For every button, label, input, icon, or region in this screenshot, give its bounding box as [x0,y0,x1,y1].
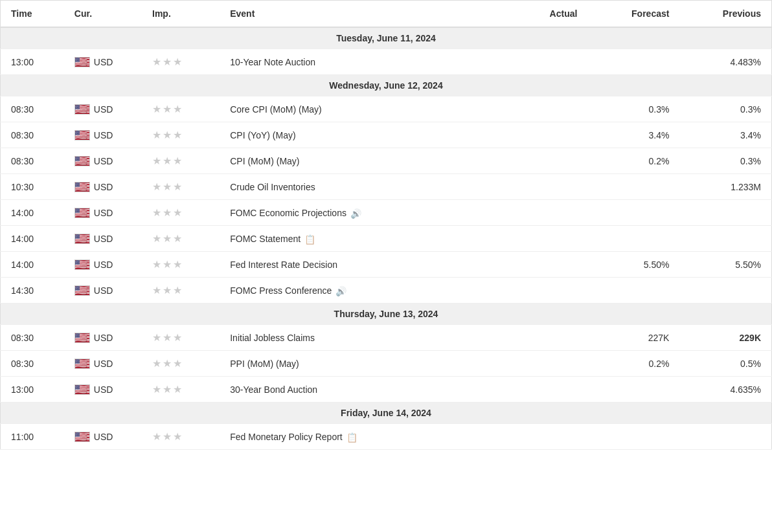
star-2-icon: ★ [163,258,172,271]
cell-importance: ★★★ [142,49,220,75]
cell-importance: ★★★ [142,252,220,278]
cell-actual [517,325,587,351]
event-name: 30-Year Bond Auction [230,384,317,395]
cell-previous: 3.4% [679,122,771,148]
table-row: 14:30USD★★★FOMC Press Conference🔊 [1,278,772,304]
event-name: FOMC Economic Projections [230,208,346,218]
currency-label: USD [94,104,113,115]
flag-us-icon [74,130,90,140]
star-2-icon: ★ [163,383,172,395]
date-section-row: Wednesday, June 12, 2024 [1,75,772,96]
cell-importance: ★★★ [142,424,220,450]
currency-label: USD [94,57,113,67]
previous-value: 229K [740,333,761,343]
flag-us-icon [74,104,90,115]
cell-time: 14:30 [1,278,64,304]
event-name: Core CPI (MoM) (May) [230,104,322,115]
star-1-icon: ★ [152,232,161,245]
cell-importance: ★★★ [142,278,220,304]
cell-actual [517,252,587,278]
star-3-icon: ★ [173,357,182,370]
star-1-icon: ★ [152,357,161,370]
star-1-icon: ★ [152,331,161,344]
cell-previous: 0.3% [679,148,771,174]
table-row: 10:30USD★★★Crude Oil Inventories1.233M [1,174,772,200]
cell-previous: 4.483% [679,49,771,75]
header-time: Time [1,1,64,28]
cell-currency: USD [64,424,142,450]
economic-calendar-table: Time Cur. Imp. Event Actual Forecast Pre… [0,0,772,450]
cell-importance: ★★★ [142,148,220,174]
cell-forecast: 0.3% [587,96,679,122]
cell-actual [517,377,587,403]
table-row: 08:30USD★★★PPI (MoM) (May)0.2%0.5% [1,351,772,377]
event-name: Fed Monetary Policy Report [230,432,343,442]
flag-us-icon [74,260,90,270]
cell-actual [517,424,587,450]
currency-label: USD [94,182,113,192]
cell-time: 08:30 [1,325,64,351]
star-1-icon: ★ [152,258,161,271]
cell-currency: USD [64,351,142,377]
cell-actual [517,49,587,75]
cell-event: Core CPI (MoM) (May) [220,96,517,122]
flag-us-icon [74,333,90,343]
date-label: Friday, June 14, 2024 [1,403,772,424]
table-row: 11:00USD★★★Fed Monetary Policy Report📋 [1,424,772,450]
cell-time: 08:30 [1,148,64,174]
date-section-row: Friday, June 14, 2024 [1,403,772,424]
cell-previous: 1.233M [679,174,771,200]
cell-currency: USD [64,49,142,75]
cell-importance: ★★★ [142,325,220,351]
star-3-icon: ★ [173,206,182,219]
cell-forecast: 5.50% [587,252,679,278]
cell-previous [679,200,771,226]
star-2-icon: ★ [163,232,172,245]
currency-label: USD [94,156,113,166]
cell-actual [517,96,587,122]
cell-forecast: 227K [587,325,679,351]
cell-time: 11:00 [1,424,64,450]
table-row: 13:00USD★★★30-Year Bond Auction4.635% [1,377,772,403]
cell-currency: USD [64,278,142,304]
cell-forecast: 0.2% [587,148,679,174]
star-1-icon: ★ [152,103,161,115]
cell-previous: 4.635% [679,377,771,403]
cell-event: CPI (MoM) (May) [220,148,517,174]
cell-actual [517,174,587,200]
star-3-icon: ★ [173,155,182,167]
header-importance: Imp. [142,1,220,28]
cell-importance: ★★★ [142,96,220,122]
cell-event: 30-Year Bond Auction [220,377,517,403]
header-forecast: Forecast [587,1,679,28]
event-name: FOMC Press Conference [230,285,332,296]
cell-currency: USD [64,148,142,174]
table-row: 08:30USD★★★Initial Jobless Claims227K229… [1,325,772,351]
cell-forecast [587,200,679,226]
star-2-icon: ★ [163,357,172,370]
star-1-icon: ★ [152,206,161,219]
speaker-icon: 🔊 [350,208,361,217]
flag-us-icon [74,359,90,369]
cell-forecast [587,174,679,200]
star-1-icon: ★ [152,56,161,68]
header-event: Event [220,1,517,28]
cell-forecast: 0.2% [587,351,679,377]
currency-label: USD [94,333,113,343]
cell-importance: ★★★ [142,226,220,252]
cell-previous: 0.3% [679,96,771,122]
date-label: Thursday, June 13, 2024 [1,304,772,325]
event-name: Initial Jobless Claims [230,333,315,343]
table-row: 08:30USD★★★CPI (MoM) (May)0.2%0.3% [1,148,772,174]
star-2-icon: ★ [163,103,172,115]
cell-time: 14:00 [1,252,64,278]
star-1-icon: ★ [152,181,161,193]
cell-previous [679,424,771,450]
currency-label: USD [94,234,113,244]
cell-time: 08:30 [1,122,64,148]
star-3-icon: ★ [173,129,182,141]
cell-importance: ★★★ [142,122,220,148]
cell-time: 14:00 [1,226,64,252]
cell-previous: 0.5% [679,351,771,377]
cell-currency: USD [64,226,142,252]
